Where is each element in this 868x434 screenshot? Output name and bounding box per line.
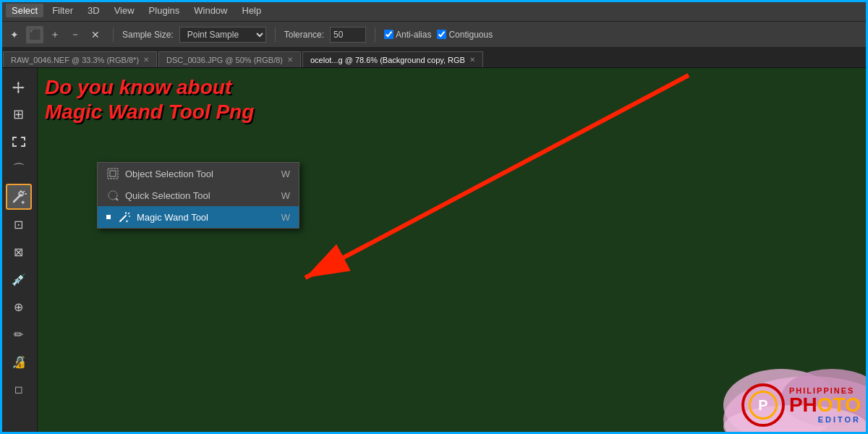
sidebar-eraser-tool[interactable]: ◻	[6, 376, 32, 402]
tolerance-input[interactable]	[330, 27, 366, 43]
tool-options-icons: ✦ ⬛ ＋ － ✕	[6, 26, 104, 43]
menu-3d[interactable]: 3D	[82, 4, 106, 17]
contiguous-label-text: Contiguous	[448, 30, 493, 40]
sidebar-healing-tool[interactable]: ⊕	[6, 294, 32, 320]
tab-raw-label: RAW_0046.NEF @ 33.3% (RGB/8*)	[11, 56, 139, 64]
sidebar-frame-tool[interactable]: ⊠	[6, 239, 32, 265]
svg-text:✦: ✦	[125, 219, 129, 223]
add-selection-btn[interactable]: ＋	[46, 26, 64, 43]
contiguous-checkbox-label[interactable]: Contiguous	[437, 30, 493, 40]
context-menu: Object Selection Tool W Quick Selection …	[97, 162, 299, 229]
menu-plugins[interactable]: Plugins	[143, 4, 186, 17]
menu-filter[interactable]: Filter	[46, 4, 79, 17]
tab-dsc[interactable]: DSC_0036.JPG @ 50% (RGB/8) ✕	[158, 51, 301, 67]
svg-rect-12	[110, 171, 116, 176]
anti-alias-checkbox[interactable]	[384, 30, 393, 39]
tolerance-label: Tolerance:	[284, 30, 324, 40]
quick-selection-shortcut: W	[281, 190, 290, 201]
tab-ocelot[interactable]: ocelot...g @ 78.6% (Background copy, RGB…	[302, 51, 483, 67]
tab-ocelot-label: ocelot...g @ 78.6% (Background copy, RGB	[310, 56, 465, 64]
main-area: ⊞ ⌒ ✦ ⊡ ⊠ 💉	[0, 68, 868, 434]
tool-preset-picker[interactable]: ✦	[6, 26, 23, 43]
anti-alias-checkbox-label[interactable]: Anti-alias	[384, 30, 431, 40]
magic-wand-label: Magic Wand Tool	[137, 212, 276, 223]
sample-size-dropdown[interactable]: Point Sample	[179, 27, 266, 43]
context-menu-item-object-selection[interactable]: Object Selection Tool W	[98, 163, 299, 184]
context-menu-item-magic-wand[interactable]: ✦ Magic Wand Tool W	[98, 206, 299, 228]
canvas-area: Object Selection Tool W Quick Selection …	[38, 68, 868, 434]
magic-wand-shortcut: W	[281, 212, 290, 223]
intersect-selection-btn[interactable]: ✕	[87, 26, 104, 43]
menu-bar: Select Filter 3D View Plugins Window Hel…	[0, 0, 868, 22]
svg-marker-0	[12, 82, 24, 94]
sidebar-stamp-tool[interactable]: 🔏	[6, 349, 32, 375]
tab-ocelot-close[interactable]: ✕	[469, 56, 475, 64]
tab-dsc-label: DSC_0036.JPG @ 50% (RGB/8)	[166, 56, 283, 64]
selected-bullet	[106, 215, 111, 219]
context-menu-item-quick-selection[interactable]: Quick Selection Tool W	[98, 184, 299, 206]
svg-line-14	[116, 198, 118, 200]
sample-size-label: Sample Size:	[122, 30, 174, 40]
tab-raw[interactable]: RAW_0046.NEF @ 33.3% (RGB/8*) ✕	[3, 51, 157, 67]
menu-help[interactable]: Help	[237, 4, 268, 17]
object-selection-label: Object Selection Tool	[125, 169, 276, 179]
sidebar-brush-tool[interactable]: ✏	[6, 321, 32, 347]
new-selection-btn[interactable]: ⬛	[26, 26, 43, 43]
svg-text:✦: ✦	[20, 199, 26, 205]
tab-dsc-close[interactable]: ✕	[287, 56, 293, 64]
sidebar: ⊞ ⌒ ✦ ⊡ ⊠ 💉	[0, 68, 38, 434]
sidebar-move-tool[interactable]	[6, 74, 32, 100]
tab-raw-close[interactable]: ✕	[143, 56, 149, 64]
svg-rect-11	[108, 169, 118, 179]
options-divider-2	[275, 27, 276, 42]
object-selection-icon	[106, 167, 119, 180]
sidebar-lasso-tool[interactable]: ⌒	[6, 156, 32, 182]
options-divider-1	[113, 27, 114, 42]
sidebar-marquee-tool[interactable]	[6, 129, 32, 155]
menu-view[interactable]: View	[109, 4, 140, 17]
menu-window[interactable]: Window	[188, 4, 233, 17]
quick-selection-label: Quick Selection Tool	[125, 190, 276, 201]
quick-selection-icon	[106, 189, 119, 202]
sidebar-crop-tool[interactable]: ⊡	[6, 211, 32, 237]
contiguous-checkbox[interactable]	[437, 30, 446, 39]
svg-line-17	[128, 213, 129, 214]
tabs-bar: RAW_0046.NEF @ 33.3% (RGB/8*) ✕ DSC_0036…	[0, 48, 868, 68]
options-divider-3	[375, 27, 375, 42]
svg-line-4	[23, 191, 25, 192]
options-bar: ✦ ⬛ ＋ － ✕ Sample Size: Point Sample Tole…	[0, 22, 868, 48]
sidebar-eyedropper-tool[interactable]: 💉	[6, 266, 32, 292]
menu-select[interactable]: Select	[6, 4, 43, 17]
object-selection-shortcut: W	[281, 169, 290, 179]
anti-alias-label-text: Anti-alias	[396, 30, 431, 40]
sidebar-magic-wand-tool[interactable]: ✦	[6, 184, 32, 210]
magic-wand-icon: ✦	[118, 210, 131, 224]
sidebar-artboard-tool[interactable]: ⊞	[6, 101, 32, 127]
subtract-selection-btn[interactable]: －	[67, 26, 84, 43]
canvas-flower	[651, 289, 868, 434]
